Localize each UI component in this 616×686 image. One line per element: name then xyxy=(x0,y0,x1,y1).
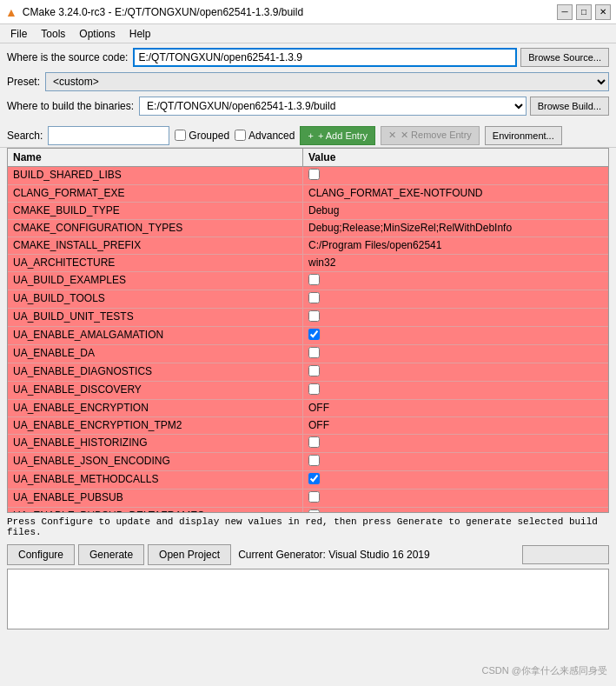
remove-entry-button[interactable]: ✕ ✕ Remove Entry xyxy=(381,126,480,145)
table-checkbox[interactable] xyxy=(308,347,320,358)
table-row: UA_ENABLE_PUBSUB_DELTAFRAMES xyxy=(8,508,608,513)
table-row: UA_ENABLE_ENCRYPTIONOFF xyxy=(8,400,608,417)
menu-tools[interactable]: Tools xyxy=(34,26,72,41)
table-row: UA_BUILD_TOOLS xyxy=(8,290,608,309)
table-body: BUILD_SHARED_LIBSCLANG_FORMAT_EXECLANG_F… xyxy=(8,167,608,513)
app-icon: ▲ xyxy=(5,5,17,19)
table-checkbox[interactable] xyxy=(308,473,320,484)
menu-options[interactable]: Options xyxy=(72,26,122,41)
minimize-button[interactable]: ─ xyxy=(557,4,573,20)
source-input[interactable] xyxy=(133,48,517,67)
table-cell-value: Debug xyxy=(303,203,608,219)
table-cell-value[interactable] xyxy=(303,471,608,489)
table-cell-value[interactable] xyxy=(303,167,608,184)
table-cell-name: UA_ENABLE_DA xyxy=(8,345,303,363)
menu-help[interactable]: Help xyxy=(123,26,158,41)
table-checkbox[interactable] xyxy=(308,510,320,513)
preset-row: Preset: <custom> xyxy=(7,71,609,92)
table-row: UA_ENABLE_JSON_ENCODING xyxy=(8,453,608,471)
table-cell-value[interactable] xyxy=(303,363,608,381)
browse-source-button[interactable]: Browse Source... xyxy=(520,48,609,67)
grouped-checkbox-label[interactable]: Grouped xyxy=(175,130,229,142)
table-checkbox[interactable] xyxy=(308,310,320,322)
table-row: UA_ENABLE_DISCOVERY xyxy=(8,382,608,400)
table-checkbox[interactable] xyxy=(308,383,320,395)
table-cell-name: UA_ENABLE_DISCOVERY xyxy=(8,382,303,399)
table-header: Name Value xyxy=(8,149,608,167)
cmake-table: Name Value BUILD_SHARED_LIBSCLANG_FORMAT… xyxy=(7,148,609,513)
environment-button[interactable]: Environment... xyxy=(485,126,562,145)
search-label: Search: xyxy=(7,130,43,142)
title-bar-title: CMake 3.24.0-rc3 - E:/QT/TONGXUN/open625… xyxy=(23,6,557,18)
preset-label: Preset: xyxy=(7,76,40,88)
table-cell-name: UA_ENABLE_METHODCALLS xyxy=(8,471,303,489)
table-row: UA_BUILD_UNIT_TESTS xyxy=(8,309,608,327)
table-cell-value[interactable] xyxy=(303,382,608,399)
table-cell-name: UA_ENABLE_HISTORIZING xyxy=(8,435,303,452)
title-bar: ▲ CMake 3.24.0-rc3 - E:/QT/TONGXUN/open6… xyxy=(0,0,616,24)
build-label: Where to build the binaries: xyxy=(7,100,134,112)
menu-bar: File Tools Options Help xyxy=(0,24,616,43)
build-row: Where to build the binaries: E:/QT/TONGX… xyxy=(7,96,609,117)
table-cell-name: UA_ENABLE_AMALGAMATION xyxy=(8,327,303,344)
table-cell-value: CLANG_FORMAT_EXE-NOTFOUND xyxy=(303,185,608,202)
browse-build-button[interactable]: Browse Build... xyxy=(530,97,609,116)
table-checkbox[interactable] xyxy=(308,329,320,340)
table-cell-value[interactable] xyxy=(303,345,608,363)
table-cell-value[interactable] xyxy=(303,490,608,507)
table-cell-value[interactable] xyxy=(303,435,608,452)
maximize-button[interactable]: □ xyxy=(576,4,592,20)
plus-icon: + xyxy=(308,130,313,141)
table-checkbox[interactable] xyxy=(308,169,320,180)
generator-label: Current Generator: Visual Studio 16 2019 xyxy=(238,549,430,561)
advanced-checkbox-label[interactable]: Advanced xyxy=(235,130,295,142)
column-name-header: Name xyxy=(8,149,303,166)
table-cell-name: UA_ENABLE_ENCRYPTION xyxy=(8,400,303,416)
table-row: UA_ENABLE_DIAGNOSTICS xyxy=(8,363,608,382)
table-cell-value[interactable] xyxy=(303,290,608,308)
table-cell-name: CMAKE_CONFIGURATION_TYPES xyxy=(8,220,303,236)
grouped-checkbox[interactable] xyxy=(175,130,186,141)
advanced-checkbox[interactable] xyxy=(235,130,246,141)
table-cell-value[interactable] xyxy=(303,272,608,290)
bottom-right-input[interactable] xyxy=(522,545,609,564)
generate-button[interactable]: Generate xyxy=(78,544,144,565)
watermark: CSDN @你拿什么来感同身受 xyxy=(482,664,607,677)
table-cell-name: CMAKE_INSTALL_PREFIX xyxy=(8,237,303,254)
table-cell-name: UA_ENABLE_DIAGNOSTICS xyxy=(8,363,303,381)
menu-file[interactable]: File xyxy=(3,26,34,41)
table-cell-value: OFF xyxy=(303,417,608,434)
table-row: UA_BUILD_EXAMPLES xyxy=(8,272,608,290)
title-bar-controls: ─ □ ✕ xyxy=(557,4,611,20)
table-checkbox[interactable] xyxy=(308,491,320,503)
source-section: Where is the source code: Browse Source.… xyxy=(0,43,616,123)
table-checkbox[interactable] xyxy=(308,292,320,303)
output-area xyxy=(7,569,609,629)
table-checkbox[interactable] xyxy=(308,274,320,285)
table-row: UA_ENABLE_PUBSUB xyxy=(8,490,608,508)
table-cell-name: UA_ENABLE_ENCRYPTION_TPM2 xyxy=(8,417,303,434)
search-row: Search: Grouped Advanced + + Add Entry ✕… xyxy=(0,123,616,148)
open-project-button[interactable]: Open Project xyxy=(148,544,231,565)
table-cell-value[interactable] xyxy=(303,327,608,344)
column-value-header: Value xyxy=(303,149,608,166)
table-checkbox[interactable] xyxy=(308,455,320,466)
status-bar: Press Configure to update and display ne… xyxy=(7,516,609,537)
table-cell-name: UA_ENABLE_PUBSUB_DELTAFRAMES xyxy=(8,508,303,513)
configure-button[interactable]: Configure xyxy=(7,544,75,565)
table-checkbox[interactable] xyxy=(308,436,320,448)
close-button[interactable]: ✕ xyxy=(595,4,611,20)
table-cell-value[interactable] xyxy=(303,309,608,326)
table-cell-name: UA_BUILD_UNIT_TESTS xyxy=(8,309,303,326)
build-dropdown[interactable]: E:/QT/TONGXUN/open62541-1.3.9/build xyxy=(139,97,527,116)
table-cell-value[interactable] xyxy=(303,508,608,513)
add-entry-button[interactable]: + + Add Entry xyxy=(300,126,375,145)
table-cell-value: OFF xyxy=(303,400,608,416)
preset-dropdown[interactable]: <custom> xyxy=(45,72,609,91)
table-cell-name: UA_BUILD_EXAMPLES xyxy=(8,272,303,290)
table-cell-value: Debug;Release;MinSizeRel;RelWithDebInfo xyxy=(303,220,608,236)
table-checkbox[interactable] xyxy=(308,365,320,376)
table-cell-value[interactable] xyxy=(303,453,608,470)
table-row: UA_ENABLE_DA xyxy=(8,345,608,363)
search-input[interactable] xyxy=(48,126,169,145)
